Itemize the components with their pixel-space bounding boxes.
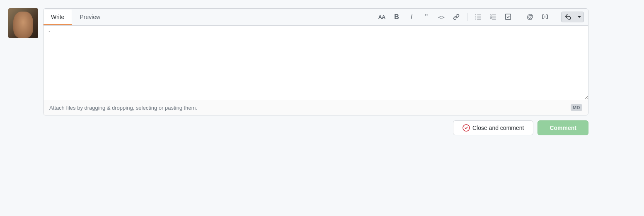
tab-write[interactable]: Write — [44, 10, 72, 25]
comment-section: Write Preview AA B i " <> — [8, 8, 588, 135]
toolbar: Write Preview AA B i " <> — [44, 9, 588, 26]
tab-preview[interactable]: Preview — [72, 10, 108, 25]
comment-textarea[interactable]: ` — [44, 26, 588, 100]
toolbar-divider-3 — [556, 13, 556, 21]
reply-button[interactable] — [562, 12, 575, 22]
comment-button[interactable]: Comment — [537, 120, 588, 135]
editor-container: Write Preview AA B i " <> — [43, 8, 588, 115]
close-comment-icon — [462, 124, 470, 132]
close-and-comment-label: Close and comment — [472, 125, 524, 131]
toolbar-divider-1 — [467, 13, 467, 21]
link-icon[interactable] — [450, 11, 462, 23]
file-attach-bar: Attach files by dragging & dropping, sel… — [44, 100, 588, 115]
code-icon[interactable]: <> — [436, 11, 447, 23]
reply-button-group[interactable] — [561, 12, 584, 22]
tab-group: Write Preview — [44, 10, 108, 25]
formatting-icons: AA B i " <> — [372, 9, 588, 25]
bold-icon[interactable]: B — [391, 11, 402, 23]
unordered-list-icon[interactable] — [472, 11, 484, 23]
quote-icon[interactable]: " — [421, 11, 432, 23]
reference-icon[interactable] — [539, 11, 551, 23]
heading-icon[interactable]: AA — [376, 11, 387, 23]
task-list-icon[interactable] — [502, 11, 514, 23]
mention-icon[interactable]: @ — [524, 11, 536, 23]
attach-instructions: Attach files by dragging & dropping, sel… — [49, 105, 197, 111]
markdown-badge: MD — [571, 104, 582, 111]
avatar — [8, 8, 38, 38]
editor-body: ` Attach files by dragging & dropping, s… — [44, 26, 588, 115]
reply-dropdown-button[interactable] — [575, 13, 583, 21]
italic-icon[interactable]: i — [406, 11, 417, 23]
close-and-comment-button[interactable]: Close and comment — [453, 120, 534, 135]
ordered-list-icon[interactable] — [487, 11, 499, 23]
actions-row: Close and comment Comment — [43, 115, 588, 135]
toolbar-divider-2 — [519, 13, 519, 21]
